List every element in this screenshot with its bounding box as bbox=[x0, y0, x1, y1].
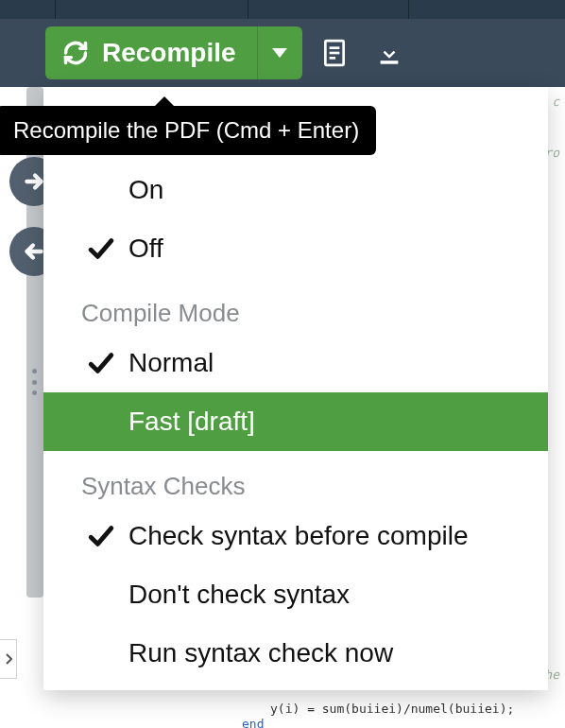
syntax-run-now-option[interactable]: Run syntax check now bbox=[43, 624, 548, 683]
syntax-dont-check-option[interactable]: Don't check syntax bbox=[43, 565, 548, 624]
pdf-toolbar: Recompile bbox=[0, 19, 565, 87]
pane-resize-handle[interactable] bbox=[32, 369, 38, 395]
code-fragment: y(i) = sum(buiiei)/numel(buiiei); bbox=[270, 702, 514, 716]
caret-down-icon bbox=[272, 48, 287, 58]
option-label: Run syntax check now bbox=[128, 638, 531, 668]
svg-rect-5 bbox=[380, 61, 398, 64]
option-label: On bbox=[128, 175, 531, 205]
expand-panel-tab[interactable] bbox=[0, 639, 17, 679]
option-label: Fast [draft] bbox=[128, 407, 531, 437]
download-icon bbox=[376, 40, 402, 66]
syntax-check-before-option[interactable]: Check syntax before compile bbox=[43, 507, 548, 565]
topbar-divider bbox=[55, 0, 56, 19]
check-icon bbox=[87, 525, 128, 547]
recompile-button[interactable]: Recompile bbox=[45, 26, 257, 79]
option-label: Don't check syntax bbox=[128, 580, 531, 610]
tooltip-text: Recompile the PDF (Cmd + Enter) bbox=[13, 117, 359, 143]
recompile-dropdown-menu: On Off Compile Mode Normal Fast [draft] … bbox=[43, 87, 548, 690]
topbar-divider bbox=[248, 0, 248, 19]
syntax-checks-header: Syntax Checks bbox=[43, 451, 548, 507]
recompile-label: Recompile bbox=[102, 38, 236, 68]
refresh-icon bbox=[62, 40, 89, 66]
compile-mode-fast-option[interactable]: Fast [draft] bbox=[43, 392, 548, 451]
option-label: Off bbox=[128, 234, 531, 264]
compile-mode-header: Compile Mode bbox=[43, 278, 548, 334]
download-pdf-button[interactable] bbox=[367, 26, 412, 79]
code-fragment: end bbox=[242, 717, 264, 728]
view-logs-button[interactable] bbox=[312, 26, 357, 79]
option-label: Check syntax before compile bbox=[128, 521, 531, 551]
option-label: Normal bbox=[128, 348, 531, 378]
app-topbar bbox=[0, 0, 565, 19]
check-icon bbox=[87, 237, 128, 260]
compile-mode-normal-option[interactable]: Normal bbox=[43, 334, 548, 392]
recompile-tooltip: Recompile the PDF (Cmd + Enter) bbox=[0, 106, 376, 155]
check-icon bbox=[87, 352, 128, 374]
topbar-divider bbox=[408, 0, 409, 19]
autocompile-on-option[interactable]: On bbox=[43, 161, 548, 219]
svg-marker-0 bbox=[272, 48, 287, 58]
document-icon bbox=[322, 39, 347, 67]
chevron-right-icon bbox=[5, 653, 12, 665]
recompile-dropdown-toggle[interactable] bbox=[257, 26, 302, 79]
autocompile-off-option[interactable]: Off bbox=[43, 219, 548, 278]
